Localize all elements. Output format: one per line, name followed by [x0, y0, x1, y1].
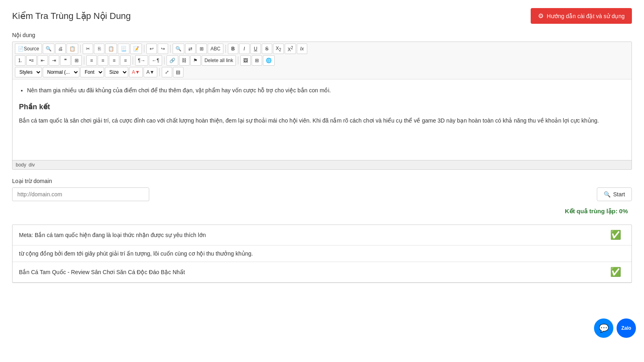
- font-select[interactable]: Font: [80, 67, 104, 77]
- spell2-icon: ABC: [210, 46, 221, 52]
- find-button[interactable]: 🔍: [173, 44, 184, 54]
- underline-button[interactable]: U: [250, 44, 261, 54]
- copy-icon: ⎘: [98, 46, 101, 52]
- source-button[interactable]: 📄 Source: [15, 44, 42, 54]
- separator-5: [84, 56, 84, 64]
- start-button-label: Start: [613, 191, 625, 198]
- table-icon: ⊞: [255, 58, 259, 63]
- embed-button[interactable]: 🌐: [263, 55, 275, 66]
- preview-button[interactable]: 🔍: [43, 44, 54, 54]
- ol-button[interactable]: 1.: [15, 55, 25, 66]
- unlink-button[interactable]: ⛓: [179, 55, 190, 66]
- show-blocks-icon: ▤: [176, 69, 180, 75]
- spell2-button[interactable]: ABC: [208, 44, 223, 54]
- anchor-button[interactable]: ⚑: [190, 55, 201, 66]
- spell-button[interactable]: 📋: [67, 44, 78, 54]
- messenger-icon: 💬: [599, 323, 609, 333]
- result-section: Kết quả trùng lặp: 0%: [12, 208, 632, 215]
- table-cell-text: Meta: Bắn cá tam quốc hiện đang là loại …: [13, 225, 599, 245]
- paste-icon: 📋: [108, 46, 114, 52]
- table-cell-text: từ cộng đồng bởi đem tới giây phút giải …: [13, 245, 599, 262]
- gear-icon: ⚙: [538, 12, 544, 20]
- paste-word-button[interactable]: 📝: [130, 44, 142, 54]
- redo-icon: ↪: [161, 46, 165, 52]
- styles-select[interactable]: Styles: [15, 67, 42, 77]
- cut-icon: ✂: [86, 46, 90, 52]
- ltr-icon: ¶→: [138, 58, 145, 63]
- strike-button[interactable]: S: [262, 44, 272, 54]
- replace-icon: ⇄: [188, 46, 192, 52]
- paste-text-button[interactable]: 📃: [118, 44, 129, 54]
- table-button[interactable]: ⊞: [252, 55, 262, 66]
- image-button[interactable]: 🖼: [240, 55, 251, 66]
- messenger-button[interactable]: 💬: [594, 318, 613, 338]
- format-select[interactable]: Normal (...: [43, 67, 79, 77]
- select-all-button[interactable]: ⊞: [196, 44, 207, 54]
- editor-content[interactable]: Nên tham gia nhiều ưu đãi khủng của điểm…: [13, 79, 631, 160]
- bg-color-button[interactable]: A▼: [144, 67, 157, 77]
- page-header: Kiểm Tra Trùng Lặp Nội Dung ⚙ Hướng dẫn …: [12, 8, 632, 24]
- undo-button[interactable]: ↩: [146, 44, 157, 54]
- search-icon: 🔍: [604, 191, 611, 198]
- table-cell-text: Bắn Cá Tam Quốc - Review Sân Chơi Săn Cá…: [13, 262, 599, 283]
- guide-button[interactable]: ⚙ Hướng dẫn cài đặt và sử dụng: [531, 8, 632, 24]
- image-icon: 🖼: [243, 58, 248, 63]
- bold-button[interactable]: B: [228, 44, 238, 54]
- start-button[interactable]: 🔍 Start: [597, 187, 632, 201]
- ul-button[interactable]: •≡: [26, 55, 37, 66]
- align-center-button[interactable]: ≡: [98, 55, 108, 66]
- editor-paragraph: Bắn cá tam quốc là sân chơi giải trí, cá…: [19, 116, 625, 125]
- status-body-tag: body: [16, 162, 26, 168]
- indent-button[interactable]: ⇥: [49, 55, 59, 66]
- font-color-button[interactable]: A▼: [129, 67, 143, 77]
- print-button[interactable]: 🖨: [55, 44, 66, 54]
- size-select[interactable]: Size: [105, 67, 128, 77]
- editor-heading: Phần kết: [19, 101, 625, 113]
- italic-button[interactable]: I: [239, 44, 250, 54]
- delete-all-link-button[interactable]: Delete all link: [202, 55, 236, 66]
- outdent-icon: ⇤: [41, 58, 45, 63]
- align-justify-button[interactable]: ≡: [120, 55, 131, 66]
- remove-format-button[interactable]: Ix: [297, 44, 307, 54]
- copy-button[interactable]: ⎘: [94, 44, 104, 54]
- blockquote-button[interactable]: ❝: [60, 55, 71, 66]
- replace-button[interactable]: ⇄: [185, 44, 196, 54]
- link-icon: 🔗: [169, 58, 175, 63]
- toolbar-row-1: 📄 Source 🔍 🖨 📋 ✂ ⎘ 📋 📃 📝 ↩ ↪ 🔍 ⇄ ⊞: [15, 44, 629, 54]
- check-icon-2: ✅: [610, 267, 621, 277]
- table-row: Bắn Cá Tam Quốc - Review Sân Chơi Săn Cá…: [13, 262, 631, 283]
- sup-button[interactable]: X2: [285, 44, 296, 54]
- table-cell-status: ✅: [599, 262, 631, 283]
- separator-9: [159, 68, 160, 76]
- domain-row: 🔍 Start: [12, 187, 632, 201]
- show-blocks-button[interactable]: ▤: [173, 67, 183, 77]
- paste-button[interactable]: 📋: [105, 44, 117, 54]
- language-button[interactable]: ⊞: [71, 55, 82, 66]
- find-icon: 🔍: [175, 46, 181, 52]
- align-right-button[interactable]: ≡: [109, 55, 119, 66]
- domain-input[interactable]: [12, 187, 149, 201]
- paste-word-icon: 📝: [133, 46, 139, 52]
- table-row: từ cộng đồng bởi đem tới giây phút giải …: [13, 245, 631, 262]
- toolbar-row-3: Styles Normal (... Font Size A▼ A▼ ⤢ ▤: [15, 67, 629, 77]
- floating-buttons: 💬 Zalo: [594, 318, 636, 338]
- rtl-icon: ←¶: [152, 58, 159, 63]
- toolbar-row-2: 1. •≡ ⇤ ⇥ ❝ ⊞ ≡ ≡ ≡ ≡ ¶→ ←¶ 🔗 ⛓ ⚑ Delete…: [15, 55, 629, 66]
- redo-button[interactable]: ↪: [158, 44, 168, 54]
- editor-wrapper: 📄 Source 🔍 🖨 📋 ✂ ⎘ 📋 📃 📝 ↩ ↪ 🔍 ⇄ ⊞: [12, 42, 632, 170]
- sub-button[interactable]: X2: [273, 44, 284, 54]
- separator-3: [170, 45, 171, 53]
- maximize-button[interactable]: ⤢: [162, 67, 172, 77]
- outdent-button[interactable]: ⇤: [38, 55, 48, 66]
- check-icon: ✅: [610, 230, 621, 240]
- link-button[interactable]: 🔗: [167, 55, 178, 66]
- anchor-icon: ⚑: [193, 58, 198, 63]
- zalo-button[interactable]: Zalo: [617, 318, 636, 338]
- separator-6: [133, 56, 133, 64]
- rtl-button[interactable]: ←¶: [149, 55, 162, 66]
- ltr-button[interactable]: ¶→: [135, 55, 148, 66]
- separator-4: [225, 45, 226, 53]
- align-left-button[interactable]: ≡: [86, 55, 97, 66]
- bg-color-icon: A▼: [146, 69, 154, 75]
- cut-button[interactable]: ✂: [83, 44, 93, 54]
